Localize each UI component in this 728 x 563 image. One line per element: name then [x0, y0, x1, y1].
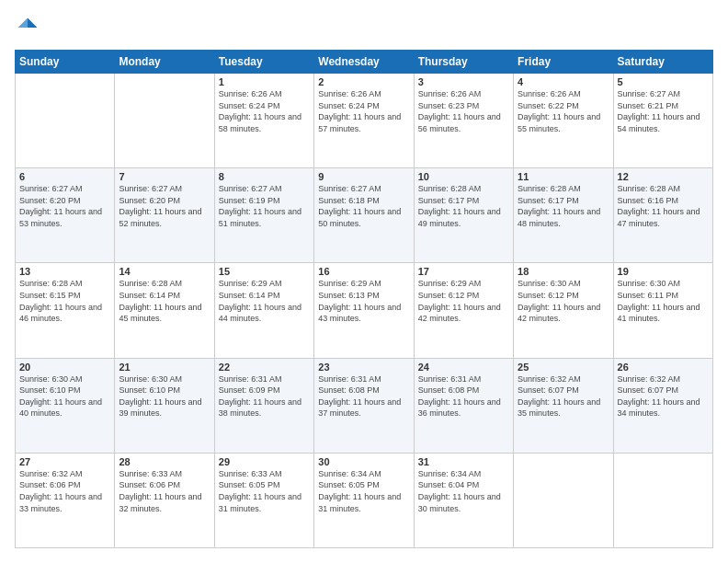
day-number: 27 — [19, 456, 110, 467]
page: SundayMondayTuesdayWednesdayThursdayFrid… — [0, 0, 728, 563]
logo — [15, 15, 44, 40]
calendar-cell: 4Sunrise: 6:26 AM Sunset: 6:22 PM Daylig… — [514, 74, 613, 168]
header — [15, 15, 713, 40]
week-row-2: 6Sunrise: 6:27 AM Sunset: 6:20 PM Daylig… — [16, 168, 713, 263]
weekday-header-saturday: Saturday — [613, 51, 712, 74]
calendar-cell: 17Sunrise: 6:29 AM Sunset: 6:12 PM Dayli… — [414, 263, 513, 358]
day-info: Sunrise: 6:27 AM Sunset: 6:20 PM Dayligh… — [19, 183, 110, 229]
calendar-cell: 22Sunrise: 6:31 AM Sunset: 6:09 PM Dayli… — [214, 358, 313, 453]
day-number: 8 — [219, 171, 310, 182]
day-number: 28 — [119, 456, 210, 467]
day-info: Sunrise: 6:26 AM Sunset: 6:24 PM Dayligh… — [318, 88, 409, 134]
weekday-header-monday: Monday — [115, 51, 214, 74]
day-info: Sunrise: 6:31 AM Sunset: 6:09 PM Dayligh… — [219, 373, 310, 419]
day-info: Sunrise: 6:29 AM Sunset: 6:13 PM Dayligh… — [318, 278, 409, 324]
day-info: Sunrise: 6:29 AM Sunset: 6:14 PM Dayligh… — [219, 278, 310, 324]
calendar-cell: 30Sunrise: 6:34 AM Sunset: 6:05 PM Dayli… — [314, 453, 414, 547]
calendar-cell: 2Sunrise: 6:26 AM Sunset: 6:24 PM Daylig… — [314, 74, 414, 168]
day-info: Sunrise: 6:27 AM Sunset: 6:18 PM Dayligh… — [318, 183, 409, 229]
weekday-header-friday: Friday — [514, 51, 613, 74]
day-info: Sunrise: 6:32 AM Sunset: 6:07 PM Dayligh… — [518, 373, 609, 419]
calendar-cell: 26Sunrise: 6:32 AM Sunset: 6:07 PM Dayli… — [613, 358, 712, 453]
day-info: Sunrise: 6:28 AM Sunset: 6:14 PM Dayligh… — [119, 278, 210, 324]
week-row-3: 13Sunrise: 6:28 AM Sunset: 6:15 PM Dayli… — [16, 263, 713, 358]
day-number: 15 — [219, 266, 310, 277]
day-info: Sunrise: 6:29 AM Sunset: 6:12 PM Dayligh… — [418, 278, 509, 324]
day-number: 25 — [518, 362, 609, 373]
calendar-cell: 28Sunrise: 6:33 AM Sunset: 6:06 PM Dayli… — [115, 453, 214, 547]
day-number: 30 — [318, 456, 409, 467]
calendar-cell — [16, 74, 115, 168]
day-info: Sunrise: 6:28 AM Sunset: 6:16 PM Dayligh… — [618, 183, 709, 229]
day-info: Sunrise: 6:32 AM Sunset: 6:06 PM Dayligh… — [19, 468, 110, 514]
day-number: 7 — [119, 171, 210, 182]
calendar-cell: 20Sunrise: 6:30 AM Sunset: 6:10 PM Dayli… — [16, 358, 115, 453]
calendar-cell: 13Sunrise: 6:28 AM Sunset: 6:15 PM Dayli… — [16, 263, 115, 358]
day-info: Sunrise: 6:30 AM Sunset: 6:11 PM Dayligh… — [618, 278, 709, 324]
day-number: 2 — [318, 76, 409, 87]
calendar-cell: 15Sunrise: 6:29 AM Sunset: 6:14 PM Dayli… — [214, 263, 313, 358]
calendar-cell: 10Sunrise: 6:28 AM Sunset: 6:17 PM Dayli… — [414, 168, 513, 263]
day-info: Sunrise: 6:26 AM Sunset: 6:22 PM Dayligh… — [518, 88, 609, 134]
calendar-cell: 19Sunrise: 6:30 AM Sunset: 6:11 PM Dayli… — [613, 263, 712, 358]
week-row-5: 27Sunrise: 6:32 AM Sunset: 6:06 PM Dayli… — [16, 453, 713, 547]
weekday-header-tuesday: Tuesday — [214, 51, 313, 74]
day-info: Sunrise: 6:27 AM Sunset: 6:21 PM Dayligh… — [618, 88, 709, 134]
calendar-cell: 16Sunrise: 6:29 AM Sunset: 6:13 PM Dayli… — [314, 263, 414, 358]
day-number: 5 — [618, 76, 709, 87]
calendar-cell: 11Sunrise: 6:28 AM Sunset: 6:17 PM Dayli… — [514, 168, 613, 263]
svg-marker-1 — [18, 18, 28, 29]
day-number: 13 — [19, 266, 110, 277]
calendar-cell: 18Sunrise: 6:30 AM Sunset: 6:12 PM Dayli… — [514, 263, 613, 358]
calendar-cell — [115, 74, 214, 168]
day-number: 20 — [19, 362, 110, 373]
weekday-header-sunday: Sunday — [16, 51, 115, 74]
day-info: Sunrise: 6:28 AM Sunset: 6:17 PM Dayligh… — [518, 183, 609, 229]
day-number: 21 — [119, 362, 210, 373]
day-info: Sunrise: 6:27 AM Sunset: 6:19 PM Dayligh… — [219, 183, 310, 229]
day-info: Sunrise: 6:33 AM Sunset: 6:06 PM Dayligh… — [119, 468, 210, 514]
day-info: Sunrise: 6:31 AM Sunset: 6:08 PM Dayligh… — [318, 373, 409, 419]
calendar-cell: 31Sunrise: 6:34 AM Sunset: 6:04 PM Dayli… — [414, 453, 513, 547]
day-number: 12 — [618, 171, 709, 182]
day-info: Sunrise: 6:28 AM Sunset: 6:15 PM Dayligh… — [19, 278, 110, 324]
calendar-cell: 29Sunrise: 6:33 AM Sunset: 6:05 PM Dayli… — [214, 453, 313, 547]
day-info: Sunrise: 6:28 AM Sunset: 6:17 PM Dayligh… — [418, 183, 509, 229]
day-number: 16 — [318, 266, 409, 277]
calendar-cell: 23Sunrise: 6:31 AM Sunset: 6:08 PM Dayli… — [314, 358, 414, 453]
calendar-cell: 27Sunrise: 6:32 AM Sunset: 6:06 PM Dayli… — [16, 453, 115, 547]
day-info: Sunrise: 6:30 AM Sunset: 6:10 PM Dayligh… — [119, 373, 210, 419]
day-number: 11 — [518, 171, 609, 182]
day-info: Sunrise: 6:27 AM Sunset: 6:20 PM Dayligh… — [119, 183, 210, 229]
calendar-cell: 14Sunrise: 6:28 AM Sunset: 6:14 PM Dayli… — [115, 263, 214, 358]
day-number: 14 — [119, 266, 210, 277]
week-row-4: 20Sunrise: 6:30 AM Sunset: 6:10 PM Dayli… — [16, 358, 713, 453]
calendar-cell — [514, 453, 613, 547]
day-info: Sunrise: 6:30 AM Sunset: 6:10 PM Dayligh… — [19, 373, 110, 419]
day-number: 17 — [418, 266, 509, 277]
svg-marker-0 — [28, 18, 38, 29]
day-number: 24 — [418, 362, 509, 373]
day-number: 10 — [418, 171, 509, 182]
calendar: SundayMondayTuesdayWednesdayThursdayFrid… — [15, 50, 713, 548]
day-number: 6 — [19, 171, 110, 182]
day-info: Sunrise: 6:31 AM Sunset: 6:08 PM Dayligh… — [418, 373, 509, 419]
calendar-cell: 21Sunrise: 6:30 AM Sunset: 6:10 PM Dayli… — [115, 358, 214, 453]
day-info: Sunrise: 6:34 AM Sunset: 6:04 PM Dayligh… — [418, 468, 509, 514]
calendar-cell: 9Sunrise: 6:27 AM Sunset: 6:18 PM Daylig… — [314, 168, 414, 263]
day-info: Sunrise: 6:30 AM Sunset: 6:12 PM Dayligh… — [518, 278, 609, 324]
calendar-cell — [613, 453, 712, 547]
calendar-cell: 6Sunrise: 6:27 AM Sunset: 6:20 PM Daylig… — [16, 168, 115, 263]
calendar-cell: 12Sunrise: 6:28 AM Sunset: 6:16 PM Dayli… — [613, 168, 712, 263]
day-info: Sunrise: 6:34 AM Sunset: 6:05 PM Dayligh… — [318, 468, 409, 514]
day-number: 4 — [518, 76, 609, 87]
day-info: Sunrise: 6:26 AM Sunset: 6:24 PM Dayligh… — [219, 88, 310, 134]
day-number: 23 — [318, 362, 409, 373]
day-number: 18 — [518, 266, 609, 277]
day-number: 29 — [219, 456, 310, 467]
calendar-cell: 25Sunrise: 6:32 AM Sunset: 6:07 PM Dayli… — [514, 358, 613, 453]
week-row-1: 1Sunrise: 6:26 AM Sunset: 6:24 PM Daylig… — [16, 74, 713, 168]
calendar-cell: 5Sunrise: 6:27 AM Sunset: 6:21 PM Daylig… — [613, 74, 712, 168]
day-info: Sunrise: 6:33 AM Sunset: 6:05 PM Dayligh… — [219, 468, 310, 514]
calendar-cell: 24Sunrise: 6:31 AM Sunset: 6:08 PM Dayli… — [414, 358, 513, 453]
